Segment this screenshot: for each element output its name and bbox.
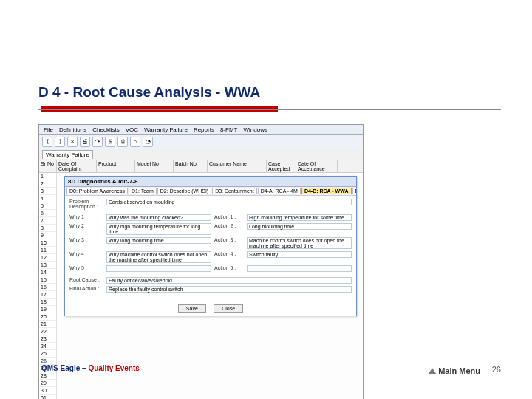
refresh-icon[interactable]: ↷ bbox=[92, 137, 103, 147]
row-number: 8 bbox=[39, 225, 56, 232]
row-number: 5 bbox=[39, 202, 56, 210]
nav-prev-icon[interactable]: ⟨ bbox=[42, 137, 52, 147]
row-number: 16 bbox=[39, 284, 56, 291]
why3-field[interactable]: Why long moulding time bbox=[106, 237, 211, 244]
why4-label: Why 4 : bbox=[69, 251, 106, 256]
dialog-tab[interactable]: D1: Team bbox=[129, 188, 157, 194]
chart-icon[interactable]: ◔ bbox=[143, 137, 153, 147]
row-number: 10 bbox=[39, 239, 56, 247]
col-batch: Batch No bbox=[174, 160, 208, 172]
dialog-buttons: Save Close bbox=[65, 298, 356, 316]
menu-windows[interactable]: Windows bbox=[243, 126, 267, 133]
col-model: Model No bbox=[135, 160, 174, 172]
why5-label: Why 5 : bbox=[69, 265, 106, 270]
main-menu-label: Main Menu bbox=[438, 366, 480, 375]
row-number: 30 bbox=[39, 387, 56, 395]
row-number: 21 bbox=[39, 321, 56, 328]
action3-field[interactable]: Machine control switch does not open the… bbox=[247, 237, 352, 249]
row-number: 15 bbox=[39, 276, 56, 284]
why1-label: Why 1 : bbox=[69, 214, 106, 219]
copy-icon[interactable]: ⎘ bbox=[105, 137, 115, 147]
problem-label: Problem Description : bbox=[69, 199, 106, 209]
why5-field[interactable] bbox=[106, 265, 211, 272]
row-number: 19 bbox=[39, 306, 56, 313]
home-icon[interactable]: ⌂ bbox=[130, 137, 140, 147]
app-menubar: File Definitions Checklists VOC Warranty… bbox=[39, 125, 363, 135]
close-button[interactable]: Close bbox=[214, 304, 243, 313]
action2-label: Action 2 : bbox=[214, 223, 242, 228]
why4-field[interactable]: Why machine control switch does not open… bbox=[106, 251, 211, 263]
close-icon[interactable]: × bbox=[67, 137, 78, 147]
menu-definitions[interactable]: Definitions bbox=[59, 126, 86, 133]
row-number: 20 bbox=[39, 313, 56, 321]
row-number: 12 bbox=[39, 254, 56, 262]
menu-reports[interactable]: Reports bbox=[194, 126, 214, 133]
dialog-tab[interactable]: D0: Problem Awareness bbox=[66, 188, 128, 194]
save-button[interactable]: Save bbox=[178, 304, 206, 313]
action4-field[interactable]: Switch faulty bbox=[247, 251, 352, 258]
print-icon[interactable]: 🖨 bbox=[80, 137, 90, 147]
menu-checklists[interactable]: Checklists bbox=[92, 126, 119, 133]
row-number: 6 bbox=[39, 210, 56, 217]
why1-field[interactable]: Why was the moulding cracked? bbox=[106, 214, 211, 221]
action1-field[interactable]: High moulding temperature for some time bbox=[247, 214, 352, 221]
final-action-field[interactable]: Replace the faulty control switch bbox=[106, 286, 352, 293]
col-srno: Sr No bbox=[39, 160, 57, 172]
col-accepted: Case Accepted bbox=[267, 160, 296, 172]
app-screenshot: File Definitions Checklists VOC Warranty… bbox=[38, 124, 364, 399]
menu-voc[interactable]: VOC bbox=[126, 126, 138, 133]
action5-label: Action 5 : bbox=[214, 265, 242, 270]
why2-field[interactable]: Why high moulding temperature for long t… bbox=[106, 223, 211, 235]
col-customer: Customer Name bbox=[208, 160, 267, 172]
dialog-tab[interactable]: D5: Corrective Actions bbox=[352, 188, 357, 194]
row-number: 24 bbox=[39, 343, 56, 350]
row-number: 17 bbox=[39, 291, 56, 299]
why3-label: Why 3 : bbox=[69, 237, 106, 242]
nav-next-icon[interactable]: ⟩ bbox=[55, 137, 65, 147]
slide-title: D 4 - Root Cause Analysis - WWA bbox=[38, 84, 260, 100]
row-number: 28 bbox=[39, 372, 56, 380]
col-date: Date Of Complaint bbox=[57, 160, 97, 172]
export-icon[interactable]: ⎙ bbox=[117, 137, 128, 147]
col-product: Product bbox=[97, 160, 135, 172]
menu-file[interactable]: File bbox=[44, 126, 53, 133]
page-number: 26 bbox=[492, 365, 501, 374]
action2-field[interactable]: Long moulding time bbox=[247, 223, 352, 230]
action5-field[interactable] bbox=[247, 265, 352, 272]
row-number: 1 bbox=[39, 173, 56, 180]
row-number: 7 bbox=[39, 217, 56, 225]
dialog-tab[interactable]: D4-A: RCA - 4M bbox=[258, 188, 301, 194]
row-number: 3 bbox=[39, 188, 56, 195]
row-number: 13 bbox=[39, 262, 56, 269]
divider bbox=[38, 109, 501, 110]
row-number: 22 bbox=[39, 328, 56, 335]
dialog-title: 8D Diagnostics Audit-7-8 bbox=[65, 177, 356, 187]
row-number: 18 bbox=[39, 299, 56, 306]
dialog-tab[interactable]: D2: Describe (WHSI) bbox=[157, 188, 211, 194]
action4-label: Action 4 : bbox=[214, 251, 242, 256]
row-number: 23 bbox=[39, 335, 56, 343]
rca-dialog: 8D Diagnostics Audit-7-8 D0: Problem Awa… bbox=[64, 176, 357, 316]
dialog-tab[interactable]: D3: Containment bbox=[212, 188, 257, 194]
row-number: 31 bbox=[39, 395, 56, 399]
row-number: 25 bbox=[39, 350, 56, 358]
action1-label: Action 1 : bbox=[214, 214, 242, 219]
action3-label: Action 3 : bbox=[214, 237, 242, 242]
root-cause-field[interactable]: Faulty orifice/valve/solenoid bbox=[106, 277, 352, 284]
list-header: Sr No Date Of Complaint Product Model No… bbox=[39, 160, 363, 173]
row-number: 14 bbox=[39, 269, 56, 276]
row-number: 29 bbox=[39, 380, 56, 387]
tab-warranty-failure[interactable]: Warranty Failure bbox=[42, 150, 93, 159]
menu-8fmt[interactable]: 8-FMT bbox=[220, 126, 238, 133]
problem-field[interactable]: Cards observed on moulding bbox=[106, 199, 352, 205]
dialog-tabs: D0: Problem AwarenessD1: TeamD2: Describ… bbox=[65, 187, 356, 196]
app-toolbar: ⟨ ⟩ × 🖨 ↷ ⎘ ⎙ ⌂ ◔ bbox=[39, 135, 363, 149]
footer-brand: QMS Eagle – Quality Events bbox=[41, 364, 140, 372]
tab-bar: Warranty Failure bbox=[39, 149, 363, 160]
row-number: 9 bbox=[39, 232, 56, 239]
main-menu-link[interactable]: Main Menu bbox=[429, 366, 480, 375]
dialog-tab[interactable]: D4-B: RCA - WWA bbox=[301, 188, 352, 194]
final-action-label: Final Action : bbox=[69, 286, 106, 291]
menu-warranty[interactable]: Warranty Failure bbox=[144, 126, 188, 133]
row-number: 4 bbox=[39, 195, 56, 202]
